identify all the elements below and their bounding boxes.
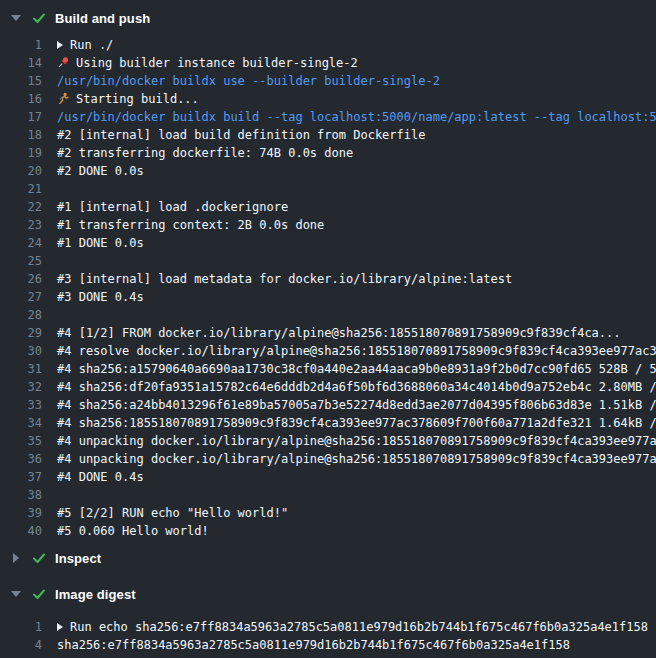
line-number[interactable]: 1 (0, 618, 42, 636)
log-line: 15/usr/bin/docker buildx use --builder b… (0, 72, 656, 90)
line-number[interactable]: 29 (0, 324, 42, 342)
chevron-right-icon[interactable] (9, 553, 23, 563)
line-number[interactable]: 39 (0, 504, 42, 522)
line-number[interactable]: 20 (0, 162, 42, 180)
log-text: #4 sha256:a24bb4013296f61e89ba57005a7b3e… (42, 396, 656, 414)
log-text: #3 [internal] load metadata for docker.i… (42, 270, 656, 288)
log-text: Starting build... (42, 90, 656, 108)
log-text: #4 unpacking docker.io/library/alpine@sh… (42, 450, 656, 468)
log-text (42, 180, 656, 198)
section-image-digest: Image digest 1Run echo sha256:e7ff8834a5… (0, 576, 656, 654)
line-number[interactable]: 18 (0, 126, 42, 144)
section-header-inspect[interactable]: Inspect (0, 540, 656, 576)
group-expand-icon[interactable] (57, 41, 63, 49)
log-line: 1Run ./ (0, 36, 656, 54)
log-text: #3 DONE 0.4s (42, 288, 656, 306)
line-number[interactable]: 32 (0, 378, 42, 396)
log-line: 27#3 DONE 0.4s (0, 288, 656, 306)
line-number[interactable]: 27 (0, 288, 42, 306)
line-number[interactable]: 23 (0, 216, 42, 234)
line-number[interactable]: 26 (0, 270, 42, 288)
line-number[interactable]: 33 (0, 396, 42, 414)
line-number[interactable]: 4 (0, 636, 42, 654)
log-line: 37#4 DONE 0.4s (0, 468, 656, 486)
line-number[interactable]: 19 (0, 144, 42, 162)
log-text: #1 DONE 0.0s (42, 234, 656, 252)
line-number[interactable]: 37 (0, 468, 42, 486)
workflow-log-viewer: Build and push 1Run ./14Using builder in… (0, 0, 656, 658)
line-number[interactable]: 38 (0, 486, 42, 504)
log-text: #4 sha256:a15790640a6690aa1730c38cf0a440… (42, 360, 656, 378)
group-expand-icon[interactable] (57, 623, 63, 631)
log-text: Run ./ (42, 36, 656, 54)
log-text: #1 [internal] load .dockerignore (42, 198, 656, 216)
log-text: #2 [internal] load build definition from… (42, 126, 656, 144)
line-number[interactable]: 40 (0, 522, 42, 540)
log-text: #4 unpacking docker.io/library/alpine@sh… (42, 432, 656, 450)
section-build-and-push: Build and push 1Run ./14Using builder in… (0, 0, 656, 540)
log-line: 4sha256:e7ff8834a5963a2785c5a0811e979d16… (0, 636, 656, 654)
log-line: 32#4 sha256:df20fa9351a15782c64e6dddb2d4… (0, 378, 656, 396)
log-line: 36#4 unpacking docker.io/library/alpine@… (0, 450, 656, 468)
log-text-command: /usr/bin/docker buildx use --builder bui… (42, 72, 656, 90)
line-number[interactable]: 14 (0, 54, 42, 72)
log-text (42, 486, 656, 504)
line-number[interactable]: 1 (0, 36, 42, 54)
log-text-command: /usr/bin/docker buildx build --tag local… (42, 108, 656, 126)
log-text: #2 DONE 0.0s (42, 162, 656, 180)
line-number[interactable]: 17 (0, 108, 42, 126)
log-line: 20#2 DONE 0.0s (0, 162, 656, 180)
line-number[interactable]: 15 (0, 72, 42, 90)
log-line: 17/usr/bin/docker buildx build --tag loc… (0, 108, 656, 126)
log-text: #4 [1/2] FROM docker.io/library/alpine@s… (42, 324, 656, 342)
check-icon (31, 550, 47, 566)
runner-icon (57, 92, 70, 105)
line-number[interactable]: 31 (0, 360, 42, 378)
log-text: #4 DONE 0.4s (42, 468, 656, 486)
log-text: Run echo sha256:e7ff8834a5963a2785c5a081… (42, 618, 656, 636)
chevron-down-icon[interactable] (9, 591, 23, 597)
line-number[interactable]: 30 (0, 342, 42, 360)
line-number[interactable]: 25 (0, 252, 42, 270)
log-line: 40#5 0.060 Hello world! (0, 522, 656, 540)
log-line: 28 (0, 306, 656, 324)
line-number[interactable]: 34 (0, 414, 42, 432)
check-icon (31, 10, 47, 26)
log-line: 16Starting build... (0, 90, 656, 108)
line-number[interactable]: 22 (0, 198, 42, 216)
log-line: 21 (0, 180, 656, 198)
log-line: 35#4 unpacking docker.io/library/alpine@… (0, 432, 656, 450)
log-line: 34#4 sha256:185518070891758909c9f839cf4c… (0, 414, 656, 432)
log-line: 39#5 [2/2] RUN echo "Hello world!" (0, 504, 656, 522)
log-text: #2 transferring dockerfile: 74B 0.0s don… (42, 144, 656, 162)
log-text: #5 0.060 Hello world! (42, 522, 656, 540)
log-line: 1Run echo sha256:e7ff8834a5963a2785c5a08… (0, 618, 656, 636)
log-line: 23#1 transferring context: 2B 0.0s done (0, 216, 656, 234)
line-number[interactable]: 36 (0, 450, 42, 468)
section-header-image-digest[interactable]: Image digest (0, 576, 656, 612)
log-lines-image-digest: 1Run echo sha256:e7ff8834a5963a2785c5a08… (0, 618, 656, 654)
log-line: 18#2 [internal] load build definition fr… (0, 126, 656, 144)
log-text: #4 sha256:185518070891758909c9f839cf4ca3… (42, 414, 656, 432)
log-line: 38 (0, 486, 656, 504)
log-line: 14Using builder instance builder-single-… (0, 54, 656, 72)
log-text: #4 resolve docker.io/library/alpine@sha2… (42, 342, 656, 360)
log-text (42, 306, 656, 324)
section-title: Inspect (55, 551, 101, 566)
line-number[interactable]: 21 (0, 180, 42, 198)
log-text (42, 252, 656, 270)
line-number[interactable]: 16 (0, 90, 42, 108)
log-text: #5 [2/2] RUN echo "Hello world!" (42, 504, 656, 522)
section-inspect: Inspect (0, 540, 656, 576)
line-number[interactable]: 35 (0, 432, 42, 450)
line-number[interactable]: 24 (0, 234, 42, 252)
log-text: #1 transferring context: 2B 0.0s done (42, 216, 656, 234)
chevron-down-icon[interactable] (9, 15, 23, 21)
section-title: Build and push (55, 11, 150, 26)
log-line: 19#2 transferring dockerfile: 74B 0.0s d… (0, 144, 656, 162)
log-line: 26#3 [internal] load metadata for docker… (0, 270, 656, 288)
line-number[interactable]: 28 (0, 306, 42, 324)
log-lines-build-and-push: 1Run ./14Using builder instance builder-… (0, 36, 656, 540)
log-line: 30#4 resolve docker.io/library/alpine@sh… (0, 342, 656, 360)
section-header-build-and-push[interactable]: Build and push (0, 0, 656, 36)
